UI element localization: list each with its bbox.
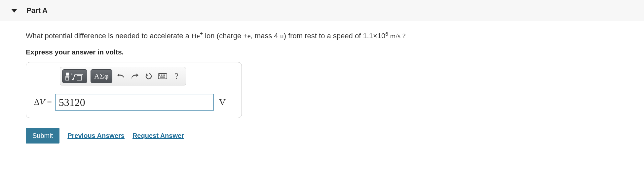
svg-rect-6 [159,75,160,76]
redo-icon[interactable] [130,71,140,81]
q-charge: +e [243,32,250,40]
undo-icon[interactable] [116,71,126,81]
answer-box: x ΑΣφ ? ΔV = V [26,62,242,118]
greek-button[interactable]: ΑΣφ [91,69,112,83]
content: What potential difference is needed to a… [0,21,644,144]
reset-icon[interactable] [143,71,154,81]
q-mid3: ) from rest to a speed of 1.1×10 [284,32,386,40]
instruction-text: Express your answer in volts. [26,48,644,56]
question-text: What potential difference is needed to a… [26,31,644,40]
previous-answers-link[interactable]: Previous Answers [67,132,125,140]
svg-rect-10 [160,77,165,78]
svg-rect-1 [66,77,69,80]
equation-toolbar: x ΑΣφ ? [60,67,186,85]
part-header[interactable]: Part A [0,0,644,21]
q-pre: What potential difference is needed to a… [26,32,191,40]
svg-rect-4 [77,76,82,80]
svg-rect-9 [164,75,165,76]
answer-row: ΔV = V [32,94,236,111]
svg-rect-0 [66,73,69,76]
q-mid1: ion (charge [203,32,243,40]
svg-rect-5 [158,74,167,79]
templates-button[interactable]: x [62,69,87,83]
q-exp: 6 [385,31,388,37]
svg-rect-7 [161,75,162,76]
actions-row: Submit Previous Answers Request Answer [26,128,644,144]
request-answer-link[interactable]: Request Answer [133,132,184,140]
submit-button[interactable]: Submit [26,128,59,144]
q-mass-unit: u [280,32,284,40]
fraction-root-icon: x [65,72,84,81]
q-ion-sup: + [200,30,203,37]
q-mid2: , mass 4 [250,32,280,40]
delta-v-label: ΔV = [32,97,52,107]
part-title: Part A [26,6,48,15]
q-tail: m/s ? [388,32,406,40]
q-ion: He [191,32,200,40]
unit-label: V [217,97,226,108]
help-icon[interactable]: ? [171,71,182,81]
svg-text:x: x [71,72,73,76]
caret-down-icon [11,9,17,13]
keyboard-icon[interactable] [157,71,168,81]
svg-rect-8 [163,75,164,76]
answer-input[interactable] [55,94,214,111]
